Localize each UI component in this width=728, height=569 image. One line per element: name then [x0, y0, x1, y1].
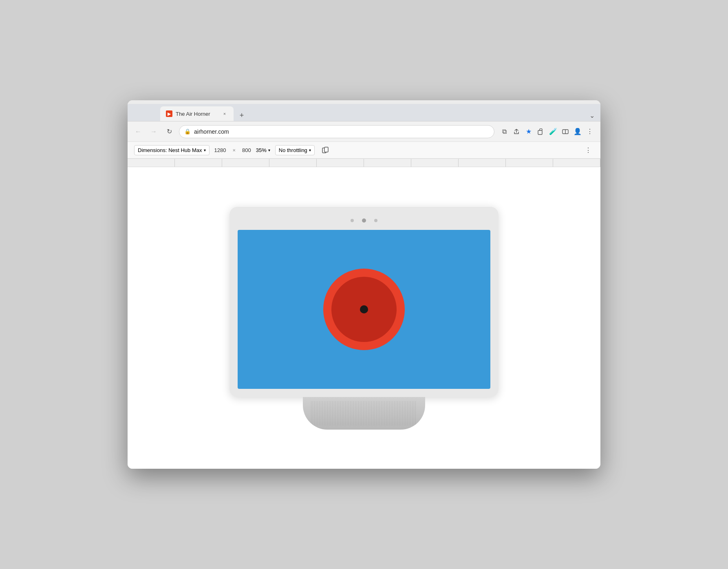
browser-window: ▶ The Air Horner × + ⌄ ← → ↻ 🔒 airhorner…: [128, 100, 600, 469]
throttle-selector[interactable]: No throttling ▾: [275, 145, 315, 155]
tab-favicon: ▶: [166, 110, 172, 117]
tab-overflow-button[interactable]: ⌄: [589, 112, 595, 119]
device-top-bar: [238, 214, 490, 227]
tab-close-button[interactable]: ×: [221, 110, 228, 117]
ruler: [128, 159, 600, 167]
address-bar-row: ← → ↻ 🔒 airhorner.com ⧉ ★ 🧪: [128, 121, 600, 142]
svg-rect-0: [538, 130, 542, 135]
zoom-selector[interactable]: 35% ▾: [256, 147, 270, 153]
ruler-mark: [269, 159, 317, 167]
address-bar[interactable]: 🔒 airhorner.com: [179, 125, 494, 138]
width-value[interactable]: 1280: [214, 147, 226, 153]
layout-icon[interactable]: [560, 126, 571, 137]
dimensions-selector[interactable]: Dimensions: Nest Hub Max ▾: [134, 145, 210, 155]
ruler-mark: [506, 159, 553, 167]
horn-outer-circle[interactable]: [323, 269, 405, 350]
ruler-mark: [128, 159, 175, 167]
throttle-arrow-icon: ▾: [309, 148, 311, 152]
share-icon[interactable]: [511, 126, 522, 137]
zoom-arrow-icon: ▾: [268, 148, 270, 152]
experiments-icon[interactable]: 🧪: [547, 126, 559, 137]
profile-icon[interactable]: 👤: [572, 126, 583, 137]
tab-bar-end: ⌄: [589, 112, 600, 121]
device-screen[interactable]: [238, 230, 490, 389]
tab-title: The Air Horner: [176, 111, 218, 117]
external-link-icon[interactable]: ⧉: [499, 126, 510, 137]
extensions-icon[interactable]: [535, 126, 547, 137]
browser-tab[interactable]: ▶ The Air Horner ×: [160, 106, 234, 121]
tab-bar: ▶ The Air Horner × + ⌄: [128, 104, 600, 121]
bookmark-icon[interactable]: ★: [523, 126, 534, 137]
device-dot-right: [374, 219, 377, 222]
refresh-button[interactable]: ↻: [163, 126, 175, 137]
lock-icon: 🔒: [184, 128, 191, 135]
throttle-label: No throttling: [279, 147, 307, 153]
ruler-mark: [459, 159, 506, 167]
ruler-mark: [553, 159, 600, 167]
new-tab-button[interactable]: +: [236, 110, 247, 121]
content-area: [128, 167, 600, 469]
device-mockup: [229, 206, 499, 430]
ruler-mark: [411, 159, 459, 167]
horn-inner-circle: [331, 277, 397, 342]
svg-rect-4: [324, 147, 328, 152]
device-dot-left: [351, 219, 354, 222]
zoom-value: 35%: [256, 147, 267, 153]
devtools-toolbar: Dimensions: Nest Hub Max ▾ 1280 × 800 35…: [128, 142, 600, 159]
dimension-separator: ×: [232, 147, 236, 153]
url-text: airhorner.com: [194, 128, 489, 135]
device-camera: [362, 218, 366, 223]
forward-button[interactable]: →: [148, 126, 159, 137]
ruler-mark: [222, 159, 269, 167]
device-body: [229, 206, 499, 397]
title-bar: ▶ The Air Horner × + ⌄: [128, 100, 600, 121]
ruler-mark: [317, 159, 364, 167]
ruler-mark: [364, 159, 411, 167]
dimensions-arrow-icon: ▾: [204, 148, 206, 152]
horn-center-dot: [360, 305, 368, 313]
back-button[interactable]: ←: [132, 126, 144, 137]
devtools-more-button[interactable]: ⋮: [582, 144, 594, 156]
height-value[interactable]: 800: [242, 147, 251, 153]
rotate-button[interactable]: [320, 144, 331, 156]
device-stand: [303, 397, 425, 430]
chrome-menu-icon[interactable]: ⋮: [584, 126, 596, 137]
ruler-mark: [175, 159, 222, 167]
toolbar-icons: ⧉ ★ 🧪 👤 ⋮: [499, 126, 596, 137]
dimensions-label: Dimensions: Nest Hub Max: [138, 147, 202, 153]
